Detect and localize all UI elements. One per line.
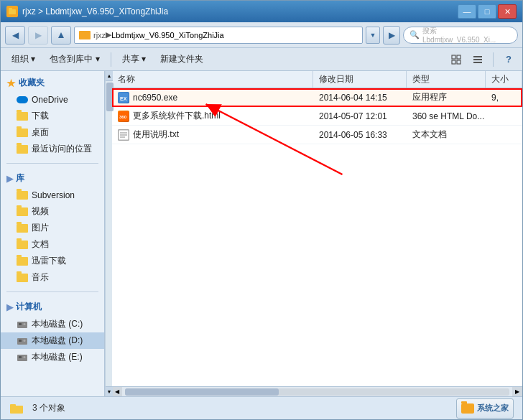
sidebar-item-recent[interactable]: 最近访问的位置 bbox=[1, 141, 104, 157]
pictures-folder-icon bbox=[17, 223, 28, 234]
sidebar-container: ★ 收藏夹 OneDrive 下载 bbox=[1, 71, 112, 396]
file-name-txt: 使用说明.txt bbox=[133, 129, 179, 141]
new-folder-button[interactable]: 新建文件夹 bbox=[154, 50, 210, 69]
sidebar-computer-header[interactable]: ▶ 计算机 bbox=[1, 298, 104, 316]
subversion-icon bbox=[17, 190, 28, 201]
maximize-button[interactable]: □ bbox=[478, 4, 496, 19]
sidebar-label-pictures: 图片 bbox=[32, 222, 49, 234]
sidebar-scroll-down[interactable]: ▼ bbox=[106, 386, 113, 396]
drive-d-icon bbox=[17, 335, 28, 347]
file-cell-size-exe: 9, bbox=[486, 93, 522, 103]
horizontal-scrollbar[interactable]: ◀ ▶ bbox=[112, 386, 522, 396]
search-box[interactable]: 🔍 搜索 Lbdmtjxw_V6.950_Xi... bbox=[403, 27, 518, 44]
sidebar-label-music: 音乐 bbox=[32, 271, 49, 284]
include-library-button[interactable]: 包含到库中 ▾ bbox=[43, 50, 106, 69]
h-scroll-track bbox=[125, 388, 509, 396]
sidebar-label-drive-d: 本地磁盘 (D:) bbox=[32, 335, 83, 347]
video-folder-icon bbox=[17, 206, 28, 218]
sidebar-group-favorites: ★ 收藏夹 OneDrive 下载 bbox=[1, 71, 104, 160]
status-count: 3 个对象 bbox=[32, 402, 65, 414]
sidebar-scroll-up[interactable]: ▲ bbox=[106, 71, 113, 81]
sidebar-item-documents[interactable]: 文档 bbox=[1, 236, 104, 253]
navigate-button[interactable]: ▶ bbox=[383, 26, 400, 45]
file-cell-type-exe: 应用程序 bbox=[407, 91, 486, 103]
close-button[interactable]: ✕ bbox=[498, 4, 517, 19]
sidebar-item-desktop[interactable]: 桌面 bbox=[1, 124, 104, 141]
status-bar: 3 个对象 系统之家 bbox=[1, 396, 522, 419]
logo-folder-icon bbox=[461, 403, 474, 414]
path-current: Lbdmtjxw_V6.950_XiTongZhiJia bbox=[111, 31, 224, 39]
sidebar-item-onedrive[interactable]: OneDrive bbox=[1, 92, 104, 108]
folder-icon-status bbox=[9, 403, 24, 414]
toolbar: 组织 ▾ 包含到库中 ▾ 共享 ▾ 新建文件夹 bbox=[1, 48, 522, 71]
h-scroll-thumb[interactable] bbox=[125, 388, 279, 396]
svg-rect-6 bbox=[457, 60, 460, 64]
minimize-button[interactable]: — bbox=[458, 4, 476, 19]
toolbar-separator-2 bbox=[493, 52, 494, 67]
svg-point-18 bbox=[24, 356, 26, 358]
sidebar-item-music[interactable]: 音乐 bbox=[1, 269, 104, 286]
file-row-txt[interactable]: 使用说明.txt 2014-06-05 16:33 文本文档 bbox=[112, 126, 522, 144]
svg-rect-11 bbox=[19, 323, 22, 325]
sidebar-library-header[interactable]: ▶ 库 bbox=[1, 169, 104, 187]
html-file-icon: 360 bbox=[118, 111, 129, 122]
sidebar-item-downloads[interactable]: 下载 bbox=[1, 108, 104, 124]
sidebar-divider-2 bbox=[6, 291, 98, 292]
status-bar-right: 系统之家 bbox=[456, 398, 514, 419]
sidebar-label-desktop: 桌面 bbox=[32, 126, 49, 139]
sidebar: ★ 收藏夹 OneDrive 下载 bbox=[1, 71, 105, 396]
file-name-html: 更多系统软件下载.html bbox=[133, 110, 221, 122]
sidebar-label-drive-c: 本地磁盘 (C:) bbox=[32, 318, 83, 330]
file-row-html[interactable]: 360 更多系统软件下载.html 2014-05-07 12:01 360 s… bbox=[112, 107, 522, 126]
sidebar-group-computer: ▶ 计算机 本地磁盘 (C:) bbox=[1, 295, 104, 368]
view-list-button[interactable] bbox=[468, 50, 487, 69]
file-cell-type-txt: 文本文档 bbox=[407, 129, 486, 141]
star-icon: ★ bbox=[6, 78, 16, 89]
sidebar-scrollbar[interactable]: ▲ ▼ bbox=[105, 71, 112, 396]
file-cell-date-html: 2014-05-07 12:01 bbox=[313, 111, 407, 121]
drive-e-icon bbox=[17, 352, 28, 363]
desktop-folder-icon bbox=[17, 127, 28, 139]
sidebar-item-drive-d[interactable]: 本地磁盘 (D:) bbox=[1, 332, 104, 349]
address-path[interactable]: rjxz ▶ Lbdmtjxw_V6.950_XiTongZhiJia bbox=[74, 27, 363, 44]
sidebar-item-video[interactable]: 视频 bbox=[1, 203, 104, 220]
file-cell-name-exe: EX nc6950.exe bbox=[112, 92, 313, 103]
library-label: 库 bbox=[16, 172, 24, 185]
library-icon: ▶ bbox=[6, 174, 13, 184]
col-header-type[interactable]: 类型 bbox=[407, 71, 486, 88]
file-row-exe[interactable]: EX nc6950.exe 2014-06-04 14:15 应用程序 9, bbox=[112, 88, 522, 107]
organize-button[interactable]: 组织 ▾ bbox=[5, 50, 42, 69]
svg-rect-8 bbox=[473, 59, 482, 60]
sidebar-item-drive-e[interactable]: 本地磁盘 (E:) bbox=[1, 349, 104, 365]
file-cell-type-html: 360 se HTML Do... bbox=[407, 111, 486, 121]
computer-icon-caret: ▶ bbox=[6, 302, 13, 312]
svg-rect-9 bbox=[473, 62, 482, 63]
up-button[interactable] bbox=[51, 26, 71, 45]
help-button[interactable]: ? bbox=[499, 50, 518, 69]
file-cell-date-txt: 2014-06-05 16:33 bbox=[313, 130, 407, 140]
sidebar-item-thunder[interactable]: 迅雷下载 bbox=[1, 253, 104, 269]
thunder-folder-icon bbox=[17, 256, 28, 267]
sidebar-favorites-header[interactable]: ★ 收藏夹 bbox=[1, 74, 104, 92]
forward-button[interactable]: ▶ bbox=[28, 26, 48, 45]
search-placeholder: 搜索 Lbdmtjxw_V6.950_Xi... bbox=[422, 26, 512, 44]
address-bar: ◀ ▶ rjxz ▶ Lbdmtjxw_V6.950_XiTongZhiJia … bbox=[1, 22, 522, 48]
sidebar-item-pictures[interactable]: 图片 bbox=[1, 220, 104, 236]
path-dropdown[interactable]: ▼ bbox=[366, 27, 380, 44]
back-button[interactable]: ◀ bbox=[5, 26, 25, 45]
col-header-date[interactable]: 修改日期 bbox=[313, 71, 407, 88]
svg-rect-3 bbox=[452, 55, 455, 59]
h-scroll-left[interactable]: ◀ bbox=[112, 387, 122, 397]
sidebar-label-onedrive: OneDrive bbox=[32, 95, 68, 105]
sidebar-item-subversion[interactable]: Subversion bbox=[1, 187, 104, 203]
download-folder-icon bbox=[17, 111, 28, 122]
col-header-size[interactable]: 大小 bbox=[486, 71, 522, 88]
share-button[interactable]: 共享 ▾ bbox=[116, 50, 152, 69]
h-scroll-right[interactable]: ▶ bbox=[512, 387, 522, 397]
col-header-name[interactable]: 名称 bbox=[112, 71, 313, 88]
svg-point-12 bbox=[24, 323, 26, 325]
file-cell-date-exe: 2014-06-04 14:15 bbox=[313, 93, 407, 103]
file-cell-name-txt: 使用说明.txt bbox=[112, 129, 313, 141]
sidebar-item-drive-c[interactable]: 本地磁盘 (C:) bbox=[1, 316, 104, 332]
view-toggle-button[interactable] bbox=[447, 50, 466, 69]
